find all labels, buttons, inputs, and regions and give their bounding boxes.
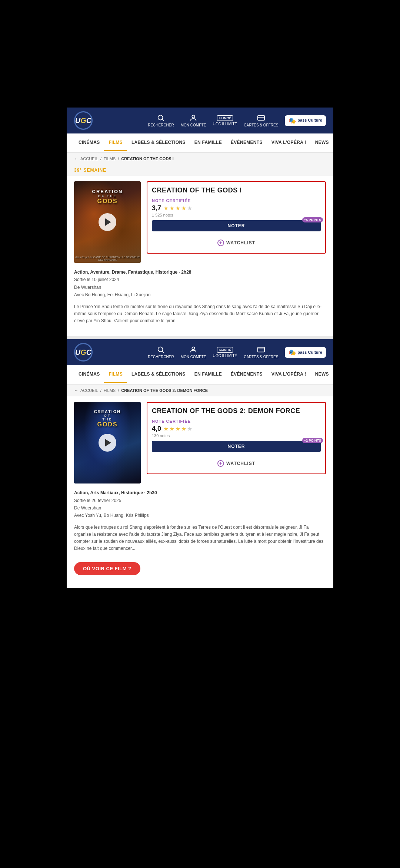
ou-voir-btn[interactable]: OÙ VOIR CE FILM ?	[74, 562, 140, 575]
star2-3: ★	[175, 425, 180, 432]
breadcrumb-accueil[interactable]: ACCUEIL	[80, 156, 98, 161]
film1-noter-btn[interactable]: NOTER	[152, 220, 321, 231]
account-nav-item-2[interactable]: MON COMPTE	[181, 346, 206, 359]
navbar-2: UGC RECHERCHER MON COMPTE ILLIMITÉ	[67, 339, 333, 365]
nav-icons-2: RECHERCHER MON COMPTE ILLIMITÉ UGC ILLIM…	[148, 346, 326, 359]
star2-5: ★	[187, 425, 192, 432]
film2-avec: Avec Yosh Yu, Bo Huang, Kris Phillips	[74, 512, 326, 519]
menu-cinemas[interactable]: CINÉMAS	[74, 135, 104, 151]
film1-de: De Wuershan	[74, 284, 326, 291]
menu2-labels[interactable]: LABELS & SÉLECTIONS	[127, 366, 190, 383]
cards-label: CARTES & OFFRES	[244, 123, 278, 127]
logo2-u: U	[75, 348, 80, 356]
account-icon	[189, 114, 197, 122]
back-arrow[interactable]: ←	[74, 156, 78, 161]
star2-4: ★	[181, 425, 186, 432]
account-nav-item[interactable]: MON COMPTE	[181, 114, 206, 127]
film1-watchlist-label: WATCHLIST	[226, 240, 255, 245]
star1: ★	[163, 205, 169, 212]
breadcrumb2-accueil[interactable]: ACCUEIL	[80, 388, 98, 393]
breadcrumb-films[interactable]: FILMS	[104, 156, 116, 161]
menu2-films[interactable]: FILMS	[104, 366, 127, 383]
film1-notes-count: 1 525 notes	[152, 213, 321, 217]
search-nav-item-2[interactable]: RECHERCHER	[148, 346, 174, 359]
menu2-news[interactable]: NEWS	[311, 366, 333, 383]
svg-point-0	[158, 115, 163, 120]
illimite-badge: ILLIMITÉ	[217, 115, 233, 121]
ugc-logo-2[interactable]: UGC	[74, 343, 93, 362]
menu2-cinemas[interactable]: CINÉMAS	[74, 366, 104, 383]
menu-films[interactable]: FILMS	[104, 135, 127, 151]
back-arrow-2[interactable]: ←	[74, 388, 78, 393]
poster2-line2: OF	[78, 414, 137, 418]
menu-evenements[interactable]: ÉVÉNEMENTS	[226, 135, 267, 151]
film2-noter-btn[interactable]: NOTER	[152, 441, 321, 452]
menu2-famille[interactable]: EN FAMILLE	[190, 366, 226, 383]
cards-nav-item[interactable]: CARTES & OFFRES	[244, 114, 278, 127]
cards-label-2: CARTES & OFFRES	[244, 355, 278, 359]
search-label: RECHERCHER	[148, 123, 174, 127]
poster1-line3: GODS	[78, 198, 137, 205]
poster2-line3: THE	[78, 418, 137, 421]
breadcrumb-sep2: /	[118, 156, 119, 161]
film2-poster[interactable]: CREATION OF THE GODS	[74, 402, 141, 483]
star2: ★	[169, 205, 174, 212]
illimite-nav-item[interactable]: ILLIMITÉ UGC ILLIMITÉ	[213, 115, 237, 126]
film2-info: CREATION OF THE GODS 2: DEMON FORCE NOTE…	[147, 402, 326, 483]
account-label: MON COMPTE	[181, 123, 206, 127]
pass-culture-btn-2[interactable]: 🎭 pass Culture	[285, 347, 326, 358]
illimite-nav-item-2[interactable]: ILLIMITÉ UGC ILLIMITÉ	[213, 347, 237, 358]
breadcrumb-1: ← ACCUEIL / FILMS / CREATION OF THE GODS…	[67, 153, 333, 165]
film1-card-box: CREATION OF THE GODS I NOTE CERTIFIÉE 3,…	[147, 181, 326, 254]
logo2-c: C	[86, 348, 91, 356]
star3: ★	[175, 205, 180, 212]
illimite-label: UGC ILLIMITÉ	[213, 122, 237, 126]
film2-points-badge: +2 POINTS	[302, 438, 323, 443]
cards-nav-item-2[interactable]: CARTES & OFFRES	[244, 346, 278, 359]
film2-note-label: NOTE CERTIFIÉE	[152, 419, 321, 423]
play-btn-2[interactable]	[99, 434, 116, 452]
pass-culture-btn[interactable]: 🎭 pass Culture	[285, 115, 326, 126]
menu-news[interactable]: NEWS	[311, 135, 333, 151]
menu-bar-1: CINÉMAS FILMS LABELS & SÉLECTIONS EN FAM…	[67, 133, 333, 153]
ugc-logo[interactable]: UGC	[74, 111, 93, 130]
film1-rating: 3,7	[152, 204, 161, 212]
play-btn-1[interactable]	[99, 213, 116, 231]
menu2-opera[interactable]: VIVA L'OPÉRA !	[267, 366, 311, 383]
menu-labels[interactable]: LABELS & SÉLECTIONS	[127, 135, 190, 151]
breadcrumb2-films[interactable]: FILMS	[104, 388, 116, 393]
poster2-line4: GODS	[78, 421, 137, 428]
breadcrumb2-sep2: /	[118, 388, 119, 393]
film1-poster[interactable]: CREATION OF THE GODS dans l'esprit de GA…	[74, 181, 141, 263]
star4: ★	[181, 205, 186, 212]
film2-meta: Action, Arts Martiaux, Historique · 2h30…	[67, 489, 333, 519]
poster2-line1: CREATION	[78, 409, 137, 414]
film2-description: Alors que les troupes du roi Shang s'app…	[67, 519, 333, 557]
film2-notes-count: 130 notes	[152, 433, 321, 438]
star2-1: ★	[163, 425, 169, 432]
film1-avec: Avec Bo Huang, Fei Hsiang, Li Xuejian	[74, 291, 326, 298]
poster1-line1: CREATION	[78, 189, 137, 194]
account-label-2: MON COMPTE	[181, 355, 206, 359]
cards-icon-2	[257, 346, 265, 354]
watchlist-icon-2: +	[217, 460, 224, 467]
navbar-1: UGC RECHERCHER MON COMPTE ILLIMITÉ	[67, 108, 333, 133]
menu-famille[interactable]: EN FAMILLE	[190, 135, 226, 151]
svg-point-5	[158, 347, 163, 352]
svg-point-7	[192, 347, 194, 350]
film2-stars: ★ ★ ★ ★ ★	[163, 425, 192, 432]
svg-line-1	[163, 119, 164, 121]
star2-2: ★	[169, 425, 174, 432]
breadcrumb2-current: CREATION OF THE GODS 2: DEMON FORCE	[121, 388, 208, 393]
film1-watchlist-btn[interactable]: + WATCHLIST	[152, 237, 321, 248]
film2-watchlist-btn[interactable]: + WATCHLIST	[152, 458, 321, 469]
film2-rating: 4,0	[152, 425, 161, 433]
menu-opera[interactable]: VIVA L'OPÉRA !	[267, 135, 311, 151]
search-nav-item[interactable]: RECHERCHER	[148, 114, 174, 127]
menu2-evenements[interactable]: ÉVÉNEMENTS	[226, 366, 267, 383]
search-label-2: RECHERCHER	[148, 355, 174, 359]
film1-title: CREATION OF THE GODS I	[152, 187, 321, 195]
cards-icon	[257, 114, 265, 122]
film2-section: UGC RECHERCHER MON COMPTE ILLIMITÉ	[67, 339, 333, 588]
logo2-g: G	[80, 348, 86, 356]
